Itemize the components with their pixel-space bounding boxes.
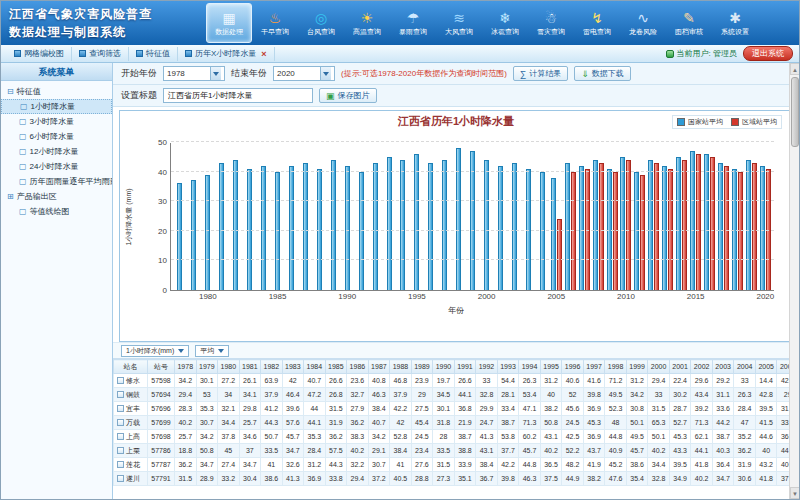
col-header-year[interactable]: 1997	[583, 360, 605, 374]
col-header-year[interactable]: 1982	[261, 360, 283, 374]
col-header-year[interactable]: 2002	[691, 360, 713, 374]
col-header-year[interactable]: 1990	[433, 360, 455, 374]
sidebar-item-特征值[interactable]: ⊟特征值	[1, 84, 112, 99]
col-header-year[interactable]: 2003	[712, 360, 734, 374]
expand-icon[interactable]	[117, 419, 124, 426]
aggregate-select[interactable]: 平均	[195, 345, 229, 357]
sidebar-item-产品输出区[interactable]: ⊞产品输出区	[1, 189, 112, 204]
chart-title-input[interactable]: 江西省历年1小时降水量	[163, 88, 313, 103]
calculate-button[interactable]: ∑ 计算结果	[513, 66, 568, 81]
tab-特征值[interactable]: 特征值	[129, 47, 178, 61]
start-year-select[interactable]: 1978	[163, 66, 225, 81]
x-tick-label: 1990	[338, 292, 356, 301]
tab-历年X小时降水量[interactable]: 历年X小时降水量×	[178, 47, 275, 61]
col-header-year[interactable]: 1987	[368, 360, 390, 374]
col-header-year[interactable]: 1995	[540, 360, 562, 374]
toolbar-item-台风查询[interactable]: ◎台风查询	[298, 3, 344, 43]
expand-icon[interactable]	[117, 391, 124, 398]
toolbar-item-数据处理[interactable]: ▦数据处理	[206, 3, 252, 43]
expand-icon[interactable]	[117, 377, 124, 384]
col-header-year[interactable]: 1983	[282, 360, 304, 374]
col-header-year[interactable]: 2001	[669, 360, 691, 374]
sidebar-item-等值线绘图[interactable]: ▢等值线绘图	[1, 204, 112, 219]
col-header-year[interactable]: 1991	[454, 360, 476, 374]
cell-value: 46.3	[519, 472, 541, 486]
col-header-year[interactable]: 1980	[218, 360, 240, 374]
table-row[interactable]: 宜丰5769628.335.332.129.841.239.64431.527.…	[114, 402, 799, 416]
cell-value: 44.2	[712, 416, 734, 430]
col-header-year[interactable]: 1999	[626, 360, 648, 374]
end-year-select[interactable]: 2020	[273, 66, 335, 81]
table-row[interactable]: 万载5769940.230.734.425.744.357.644.131.93…	[114, 416, 799, 430]
col-header-year[interactable]: 1984	[304, 360, 326, 374]
col-header-year[interactable]: 1992	[476, 360, 498, 374]
col-header-year[interactable]: 1985	[325, 360, 347, 374]
toolbar-item-雷电查询[interactable]: ↯雷电查询	[574, 3, 620, 43]
table-row[interactable]: 遂川5779131.528.933.230.438.641.336.933.82…	[114, 472, 799, 486]
scroll-up-arrow[interactable]: ▲	[790, 63, 800, 75]
toolbar-icon: ❄	[499, 10, 511, 27]
sidebar-item-24小时降水量[interactable]: ▢24小时降水量	[1, 159, 112, 174]
close-icon[interactable]: ×	[261, 49, 266, 59]
cell-value: 31.2	[304, 458, 326, 472]
expand-icon[interactable]	[117, 405, 124, 412]
table-row[interactable]: 上栗5778618.850.8453733.534.728.457.540.22…	[114, 444, 799, 458]
expand-icon[interactable]	[117, 461, 124, 468]
col-header-station[interactable]: 站名	[114, 360, 148, 374]
cell-value: 27.9	[347, 402, 369, 416]
station-name: 宜丰	[126, 404, 140, 414]
unit-select[interactable]: 1小时降水(mm)	[121, 345, 189, 357]
table-row[interactable]: 莲花5778736.234.727.434.74132.631.244.332.…	[114, 458, 799, 472]
logout-button[interactable]: 退出系统	[743, 46, 793, 61]
col-header-year[interactable]: 1996	[562, 360, 584, 374]
bar-group-2000: 2000	[480, 143, 494, 290]
col-header-id[interactable]: 站号	[148, 360, 175, 374]
toolbar-item-雪灾查询[interactable]: ☃雪灾查询	[528, 3, 574, 43]
tab-查询筛选[interactable]: 查询筛选	[72, 47, 129, 61]
table-row[interactable]: 铜鼓5769429.4533434.137.946.447.226.832.74…	[114, 388, 799, 402]
sidebar-item-6小时降水量[interactable]: ▢6小时降水量	[1, 129, 112, 144]
app-window: 江西省气象灾害风险普查 数据处理与制图系统 ▦数据处理♨干旱查询◎台风查询☀高温…	[0, 0, 800, 500]
col-header-year[interactable]: 2004	[734, 360, 756, 374]
sidebar-item-历年面雨量逐年平均雨量[interactable]: ▢历年面雨量逐年平均雨量	[1, 174, 112, 189]
col-header-year[interactable]: 1998	[605, 360, 627, 374]
col-header-year[interactable]: 1978	[175, 360, 197, 374]
col-header-year[interactable]: 1993	[497, 360, 519, 374]
toolbar-item-冰雹查询[interactable]: ❄冰雹查询	[482, 3, 528, 43]
col-header-year[interactable]: 1986	[347, 360, 369, 374]
col-header-year[interactable]: 1981	[239, 360, 261, 374]
scrollbar-thumb[interactable]	[791, 77, 799, 147]
leaf-icon: ▢	[20, 99, 28, 114]
vertical-scrollbar[interactable]: ▲ ▼	[789, 63, 799, 499]
toolbar-item-高温查询[interactable]: ☀高温查询	[344, 3, 390, 43]
toolbar-item-暴雨查询[interactable]: ☂暴雨查询	[390, 3, 436, 43]
toolbar-item-大风查询[interactable]: ≋大风查询	[436, 3, 482, 43]
table-row[interactable]: 修水5759834.230.127.226.163.94240.726.623.…	[114, 374, 799, 388]
toolbar-item-干旱查询[interactable]: ♨干旱查询	[252, 3, 298, 43]
toolbar-item-图档审核[interactable]: ✎图档审核	[666, 3, 712, 43]
cell-station-id: 57791	[148, 472, 175, 486]
toolbar-item-label: 高温查询	[353, 27, 381, 37]
col-header-year[interactable]: 2000	[648, 360, 670, 374]
expand-icon[interactable]	[117, 447, 124, 454]
save-image-button[interactable]: ▣ 保存图片	[319, 88, 377, 103]
tab-网格编校图[interactable]: 网格编校图	[7, 47, 72, 61]
col-header-year[interactable]: 1989	[411, 360, 433, 374]
table-row[interactable]: 上高5769825.734.237.834.650.745.735.336.23…	[114, 430, 799, 444]
col-header-year[interactable]: 1994	[519, 360, 541, 374]
sidebar-item-3小时降水量[interactable]: ▢3小时降水量	[1, 114, 112, 129]
cell-value: 38.7	[712, 430, 734, 444]
cell-value: 45	[218, 444, 240, 458]
download-button[interactable]: ⇓ 数据下载	[574, 66, 631, 81]
scroll-down-arrow[interactable]: ▼	[790, 487, 800, 499]
col-header-year[interactable]: 1988	[390, 360, 412, 374]
col-header-year[interactable]: 1979	[196, 360, 218, 374]
sidebar-item-12小时降水量[interactable]: ▢12小时降水量	[1, 144, 112, 159]
cell-value: 65.3	[648, 416, 670, 430]
toolbar-item-系统设置[interactable]: ✱系统设置	[712, 3, 758, 43]
expand-icon[interactable]	[117, 433, 124, 440]
expand-icon[interactable]	[117, 475, 124, 482]
col-header-year[interactable]: 2005	[755, 360, 777, 374]
toolbar-item-龙卷风险[interactable]: ∿龙卷风险	[620, 3, 666, 43]
sidebar-item-1小时降水量[interactable]: ▢1小时降水量	[1, 99, 112, 114]
